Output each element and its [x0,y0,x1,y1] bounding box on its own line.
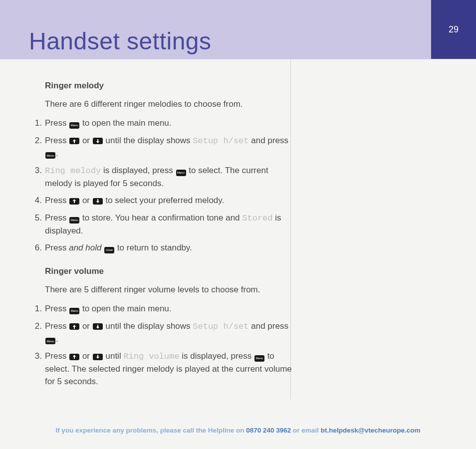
display-text: Stored [242,214,272,223]
instruction-step: 2.Press or until the display shows Setup… [28,135,298,160]
horizontal-rule [0,59,476,59]
section-heading: Ringer melody [45,80,298,92]
instruction-step: 6.Press and hold Clear to return to stan… [28,242,298,254]
page-title: Handset settings [29,27,212,55]
menu-key-icon: Menu [45,338,55,344]
step-number: 1. [28,303,45,315]
instruction-step: 2.Press or until the display shows Setup… [28,320,298,345]
display-text: Setup h/set [193,322,248,331]
menu-key-label: Menu [71,309,78,312]
clear-key-label: Clear [106,248,113,251]
content-column: Ringer melodyThere are 6 different ringe… [28,75,298,393]
menu-key-label: Menu [46,340,54,343]
arrow-down-key-icon [93,198,103,205]
section-intro: There are 6 different ringer melodies to… [45,98,298,111]
step-body: Press Menu to open the main menu. [45,303,298,315]
step-number: 6. [28,242,45,254]
menu-key-icon: Menu [254,355,264,362]
step-body: Press Menu to store. You hear a confirma… [45,212,298,237]
footer-email: bt.helpdesk@vtecheurope.com [321,427,421,434]
arrow-up-key-icon [69,323,79,330]
menu-key-label: Menu [71,124,78,127]
menu-key-label: Menu [46,154,54,157]
arrow-down-key-icon [93,354,103,360]
step-body: Press or to select your preferred melody… [45,195,298,207]
display-text: Setup h/set [193,136,248,146]
footer-middle: or email [291,427,320,434]
arrow-up-key-icon [69,354,79,360]
menu-key-label: Menu [255,357,263,360]
step-body: Press or until the display shows Setup h… [45,135,298,160]
arrow-down-key-icon [93,138,103,144]
menu-key-icon: Menu [69,308,79,314]
instruction-step: 1.Press Menu to open the main menu. [28,303,298,315]
display-text: Ring volume [123,352,179,361]
menu-key-icon: Menu [69,122,79,129]
arrow-up-key-icon [69,198,79,205]
footer-phone: 0870 240 3962 [246,427,291,434]
page-number-box: 29 [431,0,476,59]
step-number: 2. [28,320,45,345]
step-number: 1. [28,117,45,130]
step-number: 4. [28,195,45,207]
menu-key-label: Menu [71,219,78,222]
step-number: 3. [28,165,45,190]
step-body: Ring melody is displayed, press Menu to … [45,165,298,190]
instruction-step: 3.Press or until Ring volume is displaye… [28,350,298,388]
step-body: Press or until Ring volume is displayed,… [45,350,298,388]
page-number: 29 [449,24,459,35]
menu-key-icon: Menu [45,152,55,159]
instruction-step: 1.Press Menu to open the main menu. [28,117,298,130]
instruction-step: 5.Press Menu to store. You hear a confir… [28,212,298,237]
step-body: Press Menu to open the main menu. [45,117,298,130]
instruction-step: 3.Ring melody is displayed, press Menu t… [28,165,298,190]
page-header: Handset settings 29 [0,0,476,59]
arrow-up-key-icon [69,138,79,144]
footer-prefix: If you experience any problems, please c… [55,427,246,434]
arrow-down-key-icon [93,323,103,330]
menu-key-label: Menu [177,171,185,174]
step-number: 5. [28,212,45,237]
step-body: Press or until the display shows Setup h… [45,320,298,345]
step-number: 2. [28,135,45,160]
display-text: Ring melody [45,166,101,176]
step-body: Press and hold Clear to return to standb… [45,242,298,254]
instruction-step: 4.Press or to select your preferred melo… [28,195,298,207]
menu-key-icon: Menu [69,217,79,224]
emphasis-text: and hold [69,243,104,252]
section-heading: Ringer volume [45,265,298,278]
section-intro: There are 5 different ringer volume leve… [45,284,298,296]
step-number: 3. [28,350,45,388]
helpline-footer: If you experience any problems, please c… [0,427,476,434]
menu-key-icon: Menu [176,170,186,176]
clear-key-icon: Clear [104,247,114,253]
